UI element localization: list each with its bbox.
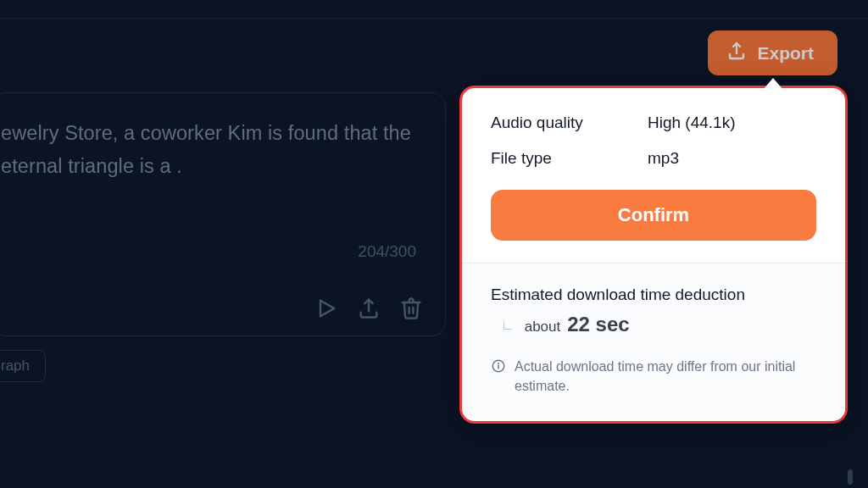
estimate-note-text: Actual download time may differ from our… — [515, 357, 816, 396]
file-type-row: File type mp3 — [491, 149, 816, 168]
upload-icon[interactable] — [357, 297, 381, 320]
play-icon[interactable] — [314, 297, 338, 320]
file-type-label: File type — [491, 149, 648, 168]
top-divider — [0, 18, 868, 19]
audio-quality-value[interactable]: High (44.1k) — [648, 114, 736, 132]
export-estimate-section: Estimated download time deduction ∟ abou… — [462, 263, 845, 421]
paragraph-pill[interactable]: raph — [0, 350, 46, 382]
char-counter: 204/300 — [358, 242, 416, 261]
export-button[interactable]: Export — [708, 30, 837, 75]
editor-action-row — [314, 297, 423, 320]
editor-card: ewelry Store, a coworker Kim is found th… — [0, 92, 446, 336]
svg-marker-1 — [320, 301, 334, 317]
estimate-title: Estimated download time deduction — [491, 286, 816, 304]
confirm-button[interactable]: Confirm — [491, 190, 816, 241]
audio-quality-row: Audio quality High (44.1k) — [491, 114, 816, 132]
scrollbar-thumb[interactable] — [848, 469, 853, 485]
editor-body-text[interactable]: ewelry Store, a coworker Kim is found th… — [1, 117, 416, 183]
audio-quality-label: Audio quality — [491, 114, 648, 132]
estimate-about: about — [525, 319, 561, 336]
info-icon — [491, 358, 506, 374]
export-button-label: Export — [757, 43, 814, 64]
upload-icon — [726, 41, 747, 65]
export-popover: Audio quality High (44.1k) File type mp3… — [459, 86, 848, 424]
paragraph-pill-label: raph — [1, 358, 30, 374]
popover-arrow — [763, 78, 783, 90]
tree-corner-icon: ∟ — [501, 318, 515, 333]
trash-icon[interactable] — [399, 297, 423, 320]
estimate-value: 22 sec — [567, 313, 629, 336]
svg-point-7 — [498, 363, 499, 364]
export-settings-section: Audio quality High (44.1k) File type mp3… — [462, 88, 845, 263]
estimate-note: Actual download time may differ from our… — [491, 357, 816, 396]
file-type-value[interactable]: mp3 — [648, 149, 679, 168]
confirm-button-label: Confirm — [618, 204, 689, 225]
estimate-line: ∟ about 22 sec — [501, 313, 816, 336]
